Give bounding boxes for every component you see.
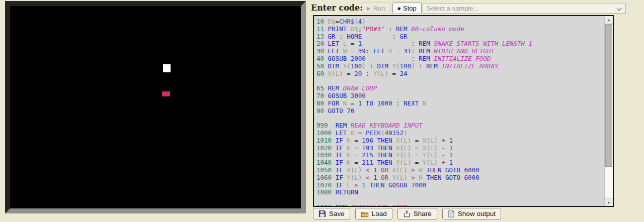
code-line: 1010 IF K = 196 THEN X(L) = X(L) + 1 bbox=[316, 137, 604, 145]
share-button-label: Share bbox=[414, 210, 432, 217]
code-line: 1070 IF L > 1 THEN GOSUB 7000 bbox=[316, 182, 604, 189]
code-line: 60 X(L) = 20 : Y(L) = 24 bbox=[316, 70, 604, 78]
code-line: 20 LET L = 1 : REM SNAKE STARTS WITH LEN… bbox=[316, 40, 604, 48]
code-line: 50 DIM X(100) : DIM Y(100) : REM INTIALI… bbox=[316, 63, 604, 70]
screen-canvas[interactable] bbox=[10, 6, 301, 208]
code-line: 1080 RETURN bbox=[316, 189, 604, 196]
code-line: 1030 IF K = 215 THEN Y(L) = Y(L) - 1 bbox=[316, 152, 604, 159]
code-line bbox=[316, 115, 604, 122]
action-bar: Save Load Share Show output bbox=[313, 208, 501, 219]
chevron-down-icon bbox=[617, 6, 622, 11]
code-line: 40 GOSUB 2000 : REM INITIALIZE FOOD bbox=[316, 55, 604, 63]
scrollbar-up-icon[interactable]: ▲ bbox=[605, 16, 613, 24]
folder-icon bbox=[361, 210, 369, 217]
code-line: 10 D$=CHR$(4) bbox=[316, 18, 604, 26]
snake-head-pixel bbox=[163, 64, 171, 72]
code-line: 1060 IF Y(L) < 1 OR Y(L) > H THEN GOTO 6… bbox=[316, 174, 604, 182]
code-lines[interactable]: 10 D$=CHR$(4)11 PRINT D$;"PR#3" : REM 80… bbox=[314, 16, 604, 206]
code-line: 999 REM READ KEYBOARD INPUT bbox=[316, 122, 604, 130]
stop-square-icon: ■ bbox=[397, 6, 400, 11]
show-output-button[interactable]: Show output bbox=[442, 208, 501, 219]
code-line: 80 FOR N = 1 TO 1000 : NEXT N bbox=[316, 100, 604, 107]
code-line: 65 REM DRAW LOOP bbox=[316, 85, 604, 92]
document-icon bbox=[448, 210, 455, 217]
code-line: 30 LET W = 39: LET H = 31: REM WIDTH AND… bbox=[316, 48, 604, 55]
play-icon: ▶ bbox=[367, 6, 371, 11]
floppy-icon bbox=[318, 210, 326, 217]
scrollbar-thumb[interactable] bbox=[605, 24, 612, 167]
sample-select-placeholder: Select a sample... bbox=[427, 5, 478, 12]
apple2-screen[interactable] bbox=[5, 1, 306, 213]
save-button[interactable]: Save bbox=[313, 208, 350, 219]
code-line bbox=[316, 196, 604, 204]
share-upload-icon bbox=[403, 210, 411, 217]
code-line: 90 GOTO 70 bbox=[316, 107, 604, 115]
code-line: 1999 REM INITIALIZE FOOD bbox=[316, 204, 604, 206]
enter-code-label: Enter code: bbox=[311, 3, 363, 13]
code-editor[interactable]: 10 D$=CHR$(4)11 PRINT D$;"PR#3" : REM 80… bbox=[313, 15, 614, 207]
editor-scrollbar[interactable]: ▲ ▼ bbox=[604, 16, 613, 206]
code-line: 11 PRINT D$;"PR#3" : REM 80-column mode bbox=[316, 26, 604, 33]
run-button-label: Run bbox=[373, 5, 385, 12]
load-button[interactable]: Load bbox=[355, 208, 392, 219]
code-line: 1000 LET K = PEEK(49152) bbox=[316, 130, 604, 137]
load-button-label: Load bbox=[372, 210, 387, 217]
stop-button-label: Stop bbox=[403, 5, 417, 12]
code-line bbox=[316, 77, 604, 85]
share-button[interactable]: Share bbox=[397, 208, 437, 219]
save-button-label: Save bbox=[329, 210, 345, 217]
code-line: 13 GR : HOME : GR bbox=[316, 33, 604, 41]
scrollbar-down-icon[interactable]: ▼ bbox=[605, 198, 613, 206]
sample-select[interactable]: Select a sample... bbox=[423, 3, 626, 14]
code-line: 1040 IF K = 211 THEN Y(L) = Y(L) + 1 bbox=[316, 159, 604, 167]
run-button[interactable]: ▶ Run bbox=[362, 3, 390, 14]
code-line: 70 GOSUB 3000 bbox=[316, 92, 604, 100]
code-line: 1020 IF K = 193 THEN X(L) = X(L) - 1 bbox=[316, 145, 604, 152]
code-line: 1050 IF X(L) < 1 OR X(L) > W THEN GOTO 6… bbox=[316, 167, 604, 174]
stop-button[interactable]: ■ Stop bbox=[392, 3, 422, 14]
show-output-button-label: Show output bbox=[458, 210, 496, 217]
food-pixel bbox=[162, 91, 170, 96]
